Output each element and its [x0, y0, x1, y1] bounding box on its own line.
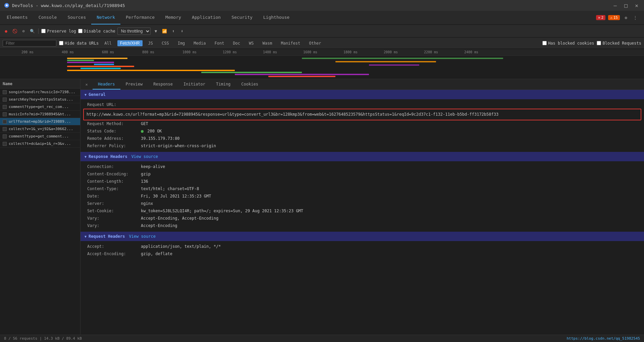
request-item[interactable]: collect?v=1&_v=j92&a=30662... [0, 125, 80, 133]
referrer-policy-row: Referrer Policy: strict-origin-when-cros… [80, 142, 644, 150]
request-headers-section-header[interactable]: ▼ Request Headers View source [80, 232, 644, 241]
filter-other[interactable]: Other [306, 40, 324, 47]
settings-button[interactable]: ⚙ [623, 14, 629, 21]
details-panel: ✕ Headers Preview Response Initiator Tim… [80, 79, 644, 342]
timeline-waterfall: 200 ms 400 ms 600 ms 800 ms 1000 ms 1200… [0, 49, 644, 79]
details-tab-preview[interactable]: Preview [120, 79, 148, 90]
request-headers-view-source[interactable]: View source [129, 234, 155, 239]
request-item[interactable]: searchKey?key=&httpsStatus... [0, 96, 80, 103]
response-header-set-cookie: Set-Cookie: kw_token=SJ8LS2LQI4R; path=/… [80, 208, 644, 215]
network-conditions[interactable]: 📶 [161, 28, 168, 35]
tab-sources[interactable]: Sources [62, 11, 91, 24]
preserve-log-checkbox[interactable]: Preserve log [41, 29, 76, 34]
triangle-icon: ▼ [85, 93, 87, 97]
clear-button[interactable]: 🚫 [11, 28, 18, 35]
details-close-button[interactable]: ✕ [83, 79, 90, 90]
throttling-select[interactable]: No throttling [117, 27, 151, 35]
request-item[interactable]: songinfoandlrc?musicId=7198... [0, 89, 80, 96]
details-tabs: ✕ Headers Preview Response Initiator Tim… [80, 79, 644, 90]
main-area: Name songinfoandlrc?musicId=7198... sear… [0, 79, 644, 342]
disable-cache-checkbox[interactable]: Disable cache [78, 29, 115, 34]
request-icon [3, 105, 7, 109]
details-tab-response[interactable]: Response [148, 79, 178, 90]
filter-media[interactable]: Media [191, 40, 209, 47]
response-header-vary-2: Vary: Accept-Encoding [80, 222, 644, 230]
filter-button[interactable]: ⊘ [20, 28, 27, 35]
filter-css[interactable]: CSS [159, 40, 172, 47]
tab-network[interactable]: Network [91, 11, 120, 24]
timeline-bars [0, 56, 644, 79]
triangle-icon: ▼ [85, 235, 87, 238]
filter-doc[interactable]: Doc [230, 40, 243, 47]
filter-img[interactable]: Img [175, 40, 188, 47]
more-button[interactable]: ⋮ [632, 14, 639, 21]
filter-manifest[interactable]: Manifest [278, 40, 303, 47]
timeline-ruler: 200 ms 400 ms 600 ms 800 ms 1000 ms 1200… [0, 49, 644, 56]
request-header-accept-encoding: Accept-Encoding: gzip, deflate [80, 250, 644, 258]
details-tab-cookies[interactable]: Cookies [236, 79, 264, 90]
filter-wasm[interactable]: Wasm [260, 40, 275, 47]
export-button[interactable]: ⬇ [179, 28, 185, 35]
request-icon [3, 134, 7, 138]
tab-security[interactable]: Security [226, 11, 258, 24]
response-headers-section-header[interactable]: ▼ Response Headers View source [80, 152, 644, 161]
request-url-label: Request URL: [87, 102, 141, 107]
response-headers-section-body: Connection: keep-alive Content-Encoding:… [80, 161, 644, 232]
request-item[interactable]: comment?type=get_rec_com... [0, 103, 80, 111]
request-method-label: Request Method: [87, 121, 141, 126]
request-list: Name songinfoandlrc?musicId=7198... sear… [0, 79, 80, 342]
record-button[interactable]: ● [3, 28, 9, 35]
tab-console[interactable]: Console [33, 11, 62, 24]
minimize-button[interactable]: — [612, 2, 619, 9]
throttling-dropdown[interactable]: ▼ [153, 28, 159, 35]
filter-font[interactable]: Font [211, 40, 227, 47]
tab-elements[interactable]: Elements [1, 11, 33, 24]
close-button[interactable]: ✕ [633, 2, 640, 9]
details-tab-headers[interactable]: Headers [93, 79, 120, 90]
favicon [4, 3, 9, 8]
filter-ws[interactable]: WS [246, 40, 257, 47]
request-icon [3, 98, 7, 102]
network-toolbar: ● 🚫 ⊘ 🔍 Preserve log Disable cache No th… [0, 25, 644, 38]
response-header-date: Date: Fri, 30 Jul 2021 12:35:23 GMT [80, 193, 644, 200]
url-highlight-box: http://www.kuwo.cn/url?format=mp3&rid=71… [83, 109, 641, 120]
triangle-icon: ▼ [85, 155, 87, 159]
remote-address-value: 39.155.179.73:80 [141, 136, 180, 141]
request-url-row: Request URL: [80, 101, 644, 109]
status-bar: 8 / 56 requests | 14.3 kB / 89.4 kB http… [0, 335, 644, 342]
request-list-header: Name [0, 79, 80, 89]
request-header-accept: Accept: application/json, text/plain, */… [80, 243, 644, 250]
tab-performance[interactable]: Performance [120, 11, 160, 24]
details-tab-timing[interactable]: Timing [211, 79, 236, 90]
request-icon [3, 127, 7, 131]
general-section-body: Request URL: http://www.kuwo.cn/url?form… [80, 99, 644, 152]
request-item[interactable]: musicInfo?mid=71988945&ht... [0, 111, 80, 118]
status-right-link[interactable]: https://blog.csdn.net/qq_51982545 [567, 336, 640, 341]
filter-input[interactable] [3, 40, 56, 47]
general-section-header[interactable]: ▼ General [80, 90, 644, 99]
import-button[interactable]: ⬆ [170, 28, 177, 35]
hide-data-urls-checkbox[interactable]: Hide data URLs [59, 41, 99, 46]
request-item-active[interactable]: url?format=mp3&rid=719889... [0, 118, 80, 125]
referrer-policy-value: strict-origin-when-cross-origin [141, 144, 216, 148]
tab-memory[interactable]: Memory [160, 11, 186, 24]
response-headers-view-source[interactable]: View source [131, 154, 158, 159]
request-method-row: Request Method: GET [80, 120, 644, 128]
response-header-vary-1: Vary: Accept-Encoding, Accept-Encoding [80, 215, 644, 222]
request-item[interactable]: comment?type=get_comment... [0, 133, 80, 140]
tab-lighthouse[interactable]: Lighthouse [258, 11, 295, 24]
svg-point-1 [6, 4, 8, 6]
tab-application[interactable]: Application [186, 11, 226, 24]
filter-all[interactable]: All [101, 40, 115, 47]
filter-fetch-xhr[interactable]: Fetch/XHR [117, 40, 143, 46]
status-dot-icon [141, 130, 144, 133]
response-header-content-type: Content-Type: text/html; charset=UTF-8 [80, 185, 644, 193]
request-item[interactable]: collect?t=dc&aip=1&_r=3&v... [0, 140, 80, 148]
details-tab-initiator[interactable]: Initiator [178, 79, 211, 90]
filter-js[interactable]: JS [145, 40, 156, 47]
blocked-cookies-checkbox[interactable]: Has blocked cookies [542, 41, 594, 46]
maximize-button[interactable]: □ [623, 2, 629, 9]
status-code-label: Status Code: [87, 129, 141, 133]
search-button[interactable]: 🔍 [29, 28, 36, 35]
blocked-requests-checkbox[interactable]: Blocked Requests [597, 41, 641, 46]
